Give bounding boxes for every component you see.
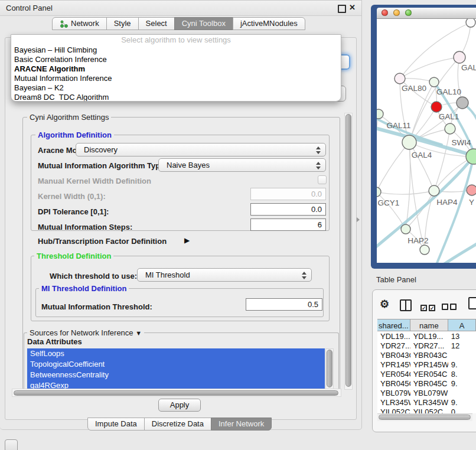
table-row[interactable]: YBR043CYBR043C [377,351,476,360]
settings-horizontal-scrollbar-thumb[interactable] [14,390,338,396]
dropdown-item-bayesian-k2[interactable]: Bayesian – K2 [11,83,341,93]
node-gcy1[interactable] [377,187,381,197]
network-edge[interactable] [400,22,471,79]
node-red[interactable] [431,102,442,112]
network-edge[interactable] [377,191,434,194]
zoom-window-icon[interactable] [405,9,412,16]
table-row[interactable]: YER054CYER054C8. [377,370,476,379]
node-label-gal1: GAL1 [439,112,459,121]
table-horizontal-scrollbar-thumb[interactable] [379,415,471,420]
table-cell: YPR145W [410,360,448,370]
which-threshold-label: Which threshold to use: [50,272,137,281]
attribute-item-selfloops[interactable]: SelfLoops [27,348,325,359]
gear-icon[interactable]: ⚙ [380,298,389,311]
attribute-item-betweennesscentrality[interactable]: BetweennessCentrality [27,370,325,380]
table-row[interactable]: YBL079WYBL079W [377,389,476,398]
manual-kernel-checkbox[interactable] [318,175,327,184]
aracne-mode-combobox[interactable]: Discovery [76,143,326,156]
table-cell: YDL19... [377,332,410,341]
network-window-titlebar[interactable] [377,8,476,19]
control-panel: Control Panel ✕ NetworkStyleSelectCyni T… [0,0,362,430]
select-all-columns-icon[interactable]: ✓✓ [420,302,437,312]
tab-network[interactable]: Network [52,17,107,30]
mi-threshold-group-title: MI Threshold Definition [39,284,129,293]
node-hap2[interactable] [401,224,410,234]
node-gray[interactable] [457,97,468,109]
mi-steps-field[interactable]: 6 [250,219,326,231]
table-body: YDL19...YDL19...13YDR27...YDR27...12YBR0… [377,332,476,413]
attributes-list-scrollbar-thumb[interactable] [327,350,332,387]
node-top-partial[interactable] [466,19,475,27]
tab-impute-data[interactable]: Impute Data [87,418,145,431]
dropdown-item-dream8-dc-tdc-algorithm[interactable]: Dream8 DC_TDC Algorithm [11,93,341,102]
node-salmon[interactable] [467,185,476,195]
node-gal80[interactable] [395,73,405,84]
table-cell: YDR27... [410,341,448,351]
dropdown-item-bayesian-hill-climbing[interactable]: Bayesian – Hill Climbing [11,45,341,55]
collapse-down-icon[interactable]: ▼ [135,330,142,337]
node-gal4[interactable] [402,135,416,149]
dropdown-item-basic-correlation-inference[interactable]: Basic Correlation Inference [11,55,341,64]
dropdown-placeholder: Select algorithm to view settings [11,35,341,45]
node-swi4[interactable] [445,123,455,134]
tab-jactivemnodules[interactable]: jActiveMNodules [233,17,305,30]
tab-cyni-toolbox[interactable]: Cyni Toolbox [174,17,233,30]
minimize-window-icon[interactable] [393,9,400,16]
node-gal11[interactable] [377,109,383,119]
column-header-a[interactable]: A [448,319,476,331]
network-canvas[interactable]: GALGAL80GAL10GAL1GAL11SWI4GAL4GCY1HAP4YH… [377,19,476,263]
dpi-tolerance-field[interactable]: 0.0 [250,203,326,216]
table-cell: YBR043C [377,351,410,360]
node-gal10[interactable] [429,77,439,87]
collapsed-tab-button[interactable] [5,439,18,450]
which-threshold-combobox[interactable]: MI Threshold [137,268,312,282]
column-header-name[interactable]: name [410,319,448,331]
tab-discretize-data[interactable]: Discretize Data [144,418,211,431]
tab-label: Discretize Data [152,418,204,431]
kernel-width-field[interactable]: 0.0 [250,188,326,200]
network-edge[interactable] [377,142,409,192]
apply-button[interactable]: Apply [158,399,201,412]
data-attributes-label: Data Attributes [27,337,82,346]
network-edge[interactable] [377,114,379,192]
node-bottom[interactable] [420,245,429,255]
dropdown-item-mutual-information-inference[interactable]: Mutual Information Inference [11,74,341,83]
table-row[interactable]: YPR145WYPR145W9. [377,360,476,370]
mi-type-combobox[interactable]: Naive Bayes [158,158,326,172]
network-edge-highlighted[interactable] [436,156,474,263]
new-column-icon[interactable] [468,297,476,309]
tab-infer-network[interactable]: Infer Network [211,418,272,431]
network-edge[interactable] [377,192,406,229]
dropdown-item-aracne-algorithm[interactable]: ARACNE Algorithm [11,64,341,74]
expand-right-icon[interactable]: ▶ [184,236,190,244]
sources-group-title[interactable]: Sources for Network Inference ▼ [27,328,144,337]
float-window-icon[interactable] [338,5,346,13]
table-row[interactable]: YDR27...YDR27...12 [377,341,476,351]
network-icon [60,19,68,28]
column-header-shared[interactable]: shared... [377,319,410,331]
table-row[interactable]: YDL19...YDL19...13 [377,332,476,341]
node-label-hap2: HAP2 [407,236,428,245]
network-edge[interactable] [409,142,434,191]
unselect-all-columns-icon[interactable] [442,302,458,312]
hub-definition-label[interactable]: Hub/Transcription Factor Definition [38,237,167,246]
mi-threshold-field[interactable]: 0.5 [246,298,322,311]
stepper-arrows-icon [316,146,321,155]
table-row[interactable]: YIL052CYIL052C0 [377,407,476,413]
tab-select[interactable]: Select [138,17,175,30]
splitter-arrow-icon[interactable] [357,217,360,222]
settings-vertical-scrollbar-thumb[interactable] [345,114,351,387]
threshold-definition-title: Threshold Definition [34,252,113,260]
table-cell: YBR045C [377,379,410,389]
data-attributes-list[interactable]: SelfLoopsTopologicalCoefficientBetweenne… [27,348,325,390]
node-pink-upper[interactable] [454,51,465,63]
node-hap4[interactable] [429,185,439,196]
table-row[interactable]: YLR345WYLR345W9. [377,398,476,407]
table-row[interactable]: YBR045CYBR045C9. [377,379,476,389]
attribute-item-topologicalcoefficient[interactable]: TopologicalCoefficient [27,359,325,370]
close-icon[interactable]: ✕ [349,3,356,12]
tab-style[interactable]: Style [106,17,139,30]
split-columns-icon[interactable] [400,299,412,311]
close-window-icon[interactable] [382,9,388,16]
table-cell: YDL19... [410,332,448,341]
